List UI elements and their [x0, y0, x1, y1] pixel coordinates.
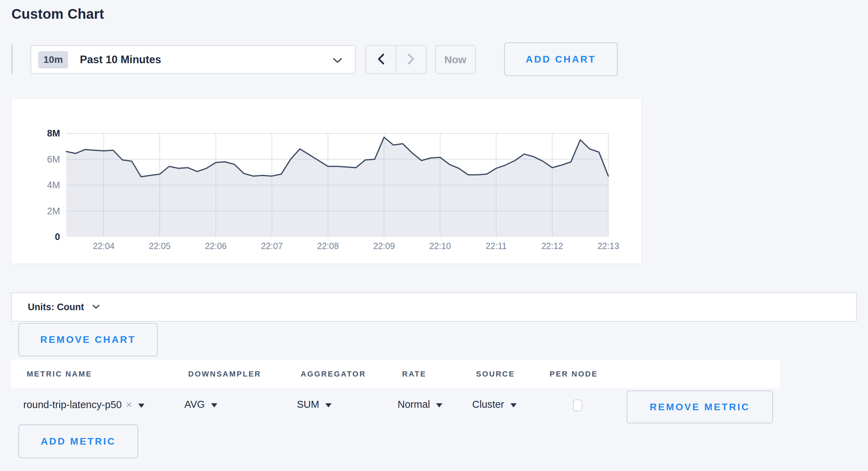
add-metric-button[interactable]: ADD METRIC [18, 424, 138, 458]
aggregator-dropdown[interactable]: SUM [297, 399, 332, 410]
time-range-label: Past 10 Minutes [80, 53, 161, 66]
svg-text:22:12: 22:12 [541, 241, 563, 251]
svg-text:22:10: 22:10 [429, 241, 451, 251]
column-header-source: SOURCE [476, 370, 515, 379]
custom-chart-page: Custom Chart 10m Past 10 Minutes Now ADD… [0, 0, 868, 471]
rate-dropdown[interactable]: Normal [398, 399, 442, 410]
metric-area-chart: 02M4M6M8M22:0422:0522:0622:0722:0822:092… [11, 99, 642, 264]
toolbar-accent-bar [11, 44, 12, 74]
page-title: Custom Chart [11, 6, 104, 22]
svg-text:22:13: 22:13 [598, 241, 619, 251]
time-nav-group [365, 45, 427, 74]
downsampler-value: AVG [184, 399, 205, 410]
rate-value: Normal [398, 399, 430, 410]
caret-down-icon [211, 403, 217, 407]
add-chart-button[interactable]: ADD CHART [504, 42, 618, 76]
units-label: Units: Count [28, 302, 84, 313]
aggregator-value: SUM [297, 399, 319, 410]
remove-metric-button[interactable]: REMOVE METRIC [627, 390, 773, 423]
source-dropdown[interactable]: Cluster [472, 399, 517, 410]
svg-text:22:07: 22:07 [261, 241, 283, 251]
column-header-per-node: PER NODE [550, 370, 598, 379]
column-header-metric-name: METRIC NAME [27, 370, 92, 379]
metric-name-value: round-trip-latency-p50 [23, 399, 122, 411]
chevron-right-icon [407, 53, 416, 66]
svg-text:22:11: 22:11 [486, 241, 507, 251]
downsampler-dropdown[interactable]: AVG [184, 399, 217, 410]
metric-name-dropdown[interactable]: round-trip-latency-p50 × [23, 399, 144, 411]
clear-metric-icon[interactable]: × [126, 399, 132, 411]
per-node-checkbox[interactable] [573, 399, 582, 411]
metric-table-header: METRIC NAME DOWNSAMPLER AGGREGATOR RATE … [11, 360, 780, 388]
remove-chart-button[interactable]: REMOVE CHART [18, 323, 158, 356]
units-dropdown[interactable]: Units: Count [11, 292, 857, 322]
column-header-downsampler: DOWNSAMPLER [188, 370, 261, 379]
chevron-down-icon [333, 58, 342, 65]
svg-text:22:06: 22:06 [205, 241, 227, 251]
caret-down-icon [325, 403, 332, 407]
time-next-button[interactable] [397, 46, 426, 73]
time-prev-button[interactable] [366, 46, 397, 73]
caret-down-icon [138, 404, 144, 408]
svg-text:2M: 2M [47, 206, 60, 216]
caret-down-icon [436, 403, 442, 407]
svg-text:4M: 4M [47, 180, 60, 190]
now-button[interactable]: Now [435, 45, 476, 74]
column-header-rate: RATE [402, 370, 426, 379]
svg-text:22:08: 22:08 [317, 241, 339, 251]
caret-down-icon [510, 403, 517, 407]
svg-text:0: 0 [55, 232, 60, 242]
chart-card: 02M4M6M8M22:0422:0522:0622:0722:0822:092… [11, 98, 642, 264]
column-header-aggregator: AGGREGATOR [301, 370, 366, 379]
svg-text:22:04: 22:04 [93, 241, 115, 251]
chevron-down-icon [92, 305, 100, 311]
time-range-badge: 10m [38, 51, 68, 68]
svg-text:8M: 8M [47, 128, 60, 139]
svg-text:6M: 6M [47, 154, 60, 165]
chevron-left-icon [376, 53, 385, 66]
svg-text:22:05: 22:05 [149, 241, 171, 251]
svg-text:22:09: 22:09 [373, 241, 395, 251]
time-range-dropdown[interactable]: 10m Past 10 Minutes [31, 45, 356, 74]
source-value: Cluster [472, 399, 504, 410]
